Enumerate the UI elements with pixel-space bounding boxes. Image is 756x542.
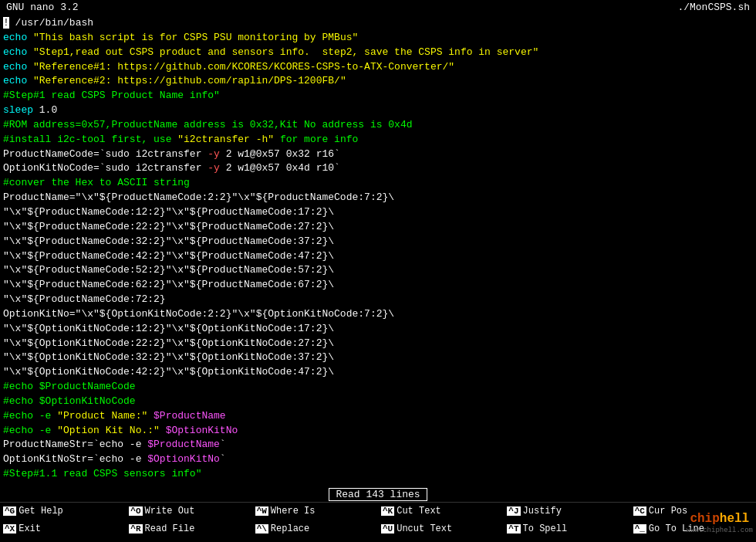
bottom-replace[interactable]: ^\ Replace	[252, 520, 378, 538]
bottom-to-spell[interactable]: ^T To Spell	[504, 520, 629, 538]
label-write-out: Write Out	[145, 506, 195, 517]
label-uncut-text: Uncut Text	[397, 523, 452, 534]
bottom-exit[interactable]: ^X Exit	[0, 520, 126, 538]
status-bar: Read 143 lines	[0, 487, 756, 502]
key-cur-pos: ^C	[633, 506, 646, 516]
status-message: Read 143 lines	[329, 488, 427, 501]
bottom-bar: ^G Get Help ^O Write Out ^W Where Is ^K …	[0, 502, 756, 537]
label-justify: Justify	[523, 506, 562, 517]
bottom-write-out[interactable]: ^O Write Out	[126, 503, 251, 520]
logo: chiphell www.chiphell.com	[687, 511, 753, 536]
key-get-help: ^G	[3, 506, 16, 516]
key-justify: ^J	[507, 506, 520, 516]
key-uncut-text: ^U	[381, 524, 394, 534]
bottom-uncut-text[interactable]: ^U Uncut Text	[378, 520, 504, 538]
bottom-cut-text[interactable]: ^K Cut Text	[378, 503, 504, 520]
label-get-help: Get Help	[19, 506, 63, 517]
key-to-spell: ^T	[507, 524, 520, 534]
label-cut-text: Cut Text	[397, 506, 441, 517]
label-cur-pos: Cur Pos	[649, 506, 687, 517]
key-replace: ^\	[255, 524, 268, 534]
key-read-file: ^R	[129, 524, 142, 534]
label-to-spell: To Spell	[523, 523, 568, 534]
bottom-get-help[interactable]: ^G Get Help	[0, 503, 126, 520]
label-exit: Exit	[19, 523, 41, 534]
key-exit: ^X	[3, 524, 16, 534]
bottom-justify[interactable]: ^J Justify	[504, 503, 629, 520]
key-go-to-line: ^_	[633, 524, 646, 534]
app-title: GNU nano 3.2	[6, 2, 79, 13]
key-write-out: ^O	[129, 506, 142, 516]
key-cut-text: ^K	[381, 506, 394, 516]
label-replace: Replace	[271, 523, 309, 534]
bottom-read-file[interactable]: ^R Read File	[126, 520, 251, 538]
label-where-is: Where Is	[271, 506, 316, 517]
editor-area[interactable]: ! /usr/bin/bash echo "This bash script i…	[0, 15, 756, 487]
key-where-is: ^W	[255, 506, 268, 516]
label-read-file: Read File	[145, 523, 195, 534]
bottom-where-is[interactable]: ^W Where Is	[252, 503, 378, 520]
file-name: ./MonCSPS.sh	[677, 2, 750, 13]
